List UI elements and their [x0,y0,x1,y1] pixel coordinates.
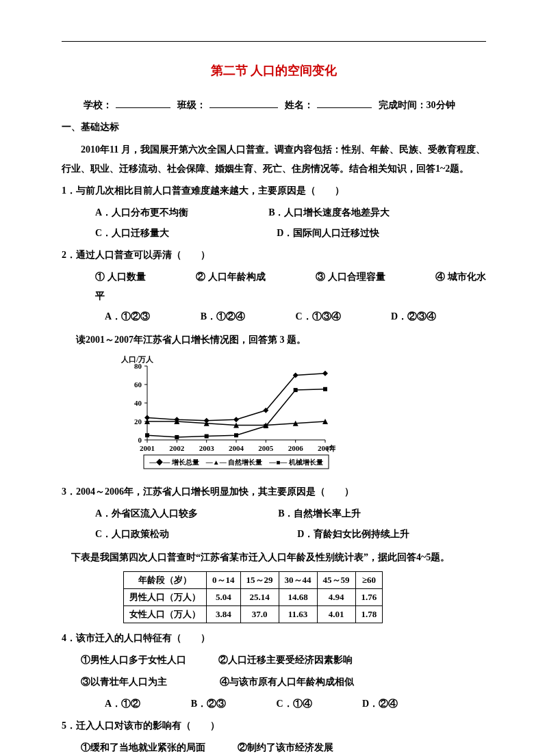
q4-option-b[interactable]: B．②③ [191,699,226,709]
school-blank[interactable] [116,98,170,108]
q1-options-row1: A．人口分布更不均衡 B．人口增长速度各地差异大 [95,203,486,222]
migration-table: 年龄段（岁） 0～14 15～29 30～44 45～59 ≥60 男性人口（万… [123,571,383,623]
q1-options-row2: C．人口迁移量大 D．国际间人口迁移过快 [95,224,486,243]
q4-sub3: ③以青壮年人口为主 [81,677,167,687]
chart-svg: 人口/万人02040608020012002200320042005200620… [110,352,335,475]
svg-rect-32 [264,424,268,428]
q4-subitems-row2: ③以青壮年人口为主 ④与该市原有人口年龄构成相似 [81,673,486,692]
q5-stem: 5．迁入人口对该市的影响有（ ） [62,716,486,735]
q4-stem: 4．该市迁入的人口特征有（ ） [62,629,486,648]
q2-sub4: ④ 城市化水平 [95,272,486,301]
q2-subitems: ① 人口数量 ② 人口年龄构成 ③ 人口合理容量 ④ 城市化水平 [95,268,486,306]
q5-sub2: ②制约了该市经济发展 [238,742,333,753]
svg-text:2006: 2006 [288,444,304,452]
q2-sub1: ① 人口数量 [95,272,146,282]
q2-stem: 2．通过人口普查可以弄清（ ） [62,246,486,265]
q5-subitems: ①缓和了当地就业紧张的局面 ②制约了该市经济发展 [81,738,486,756]
page: 第二节 人口的空间变化 学校： 班级： 姓名： 完成时间：30分钟 一、基础达标… [0,0,534,756]
name-blank[interactable] [317,98,372,108]
female-0-14: 3.84 [207,606,241,623]
q2-option-a[interactable]: A．①②③ [105,311,150,322]
q3-stem: 3．2004～2006年，江苏省人口增长明显加快，其主要原因是（ ） [62,482,486,501]
svg-text:60: 60 [134,380,142,389]
svg-rect-30 [205,434,209,439]
th-15-29: 15～29 [240,572,279,589]
th-45-59: 45～59 [317,572,355,589]
svg-text:2004: 2004 [229,444,244,452]
q2-option-d[interactable]: D．②③④ [391,311,436,322]
q4-option-d[interactable]: D．②④ [362,699,398,709]
q1-option-a[interactable]: A．人口分布更不均衡 [95,207,188,218]
q3-option-a[interactable]: A．外省区流入人口较多 [95,508,198,519]
table-caption: 下表是我国第四次人口普查时“江苏省某市迁入人口年龄及性别统计表”，据此回答4~5… [71,548,486,567]
svg-text:2005: 2005 [258,444,274,452]
q4-sub4: ④与该市原有人口年龄构成相似 [220,677,354,687]
male-60plus: 1.76 [355,589,383,606]
page-title: 第二节 人口的空间变化 [62,62,486,79]
q2-option-b[interactable]: B．①②④ [201,311,245,322]
svg-text:80: 80 [134,362,142,370]
info-line: 学校： 班级： 姓名： 完成时间：30分钟 [62,98,486,112]
q1-option-d[interactable]: D．国际间人口迁移过快 [277,228,379,238]
q3-option-c[interactable]: C．人口政策松动 [95,529,169,539]
q4-sub2: ②人口迁移主要受经济因素影响 [218,655,353,665]
table-row: 女性人口（万人） 3.84 37.0 11.63 4.01 1.78 [124,606,383,623]
svg-rect-34 [323,387,327,391]
q2-sub3: ③ 人口合理容量 [316,272,385,282]
svg-rect-33 [294,388,298,392]
class-label: 班级： [177,100,206,110]
svg-text:—◆— 增长总量　—▲— 自然增长量　—■— 机械增长量: —◆— 增长总量 —▲— 自然增长量 —■— 机械增长量 [149,458,322,466]
male-15-29: 25.14 [240,589,279,606]
svg-rect-29 [175,435,179,439]
female-15-29: 37.0 [240,606,279,623]
q1-option-c[interactable]: C．人口迁移量大 [95,228,169,238]
male-label: 男性人口（万人） [124,589,207,606]
th-30-44: 30～44 [279,572,317,589]
female-45-59: 4.01 [317,606,355,623]
th-age: 年龄段（岁） [124,572,207,589]
intro-paragraph: 2010年11 月，我国展开第六次全国人口普查。调查内容包括：性别、年龄、民族、… [62,140,486,179]
q1-stem: 1．与前几次相比目前人口普查难度越来越大，主要原因是（ ） [62,181,486,200]
female-label: 女性人口（万人） [124,606,207,623]
time-label: 完成时间：30分钟 [379,100,455,110]
table-row: 男性人口（万人） 5.04 25.14 14.68 4.94 1.76 [124,589,383,606]
school-label: 学校： [84,100,112,110]
th-0-14: 0～14 [207,572,241,589]
population-chart: 人口/万人02040608020012002200320042005200620… [110,352,486,478]
q2-option-c[interactable]: C．①③④ [295,311,340,322]
q4-options: A．①② B．②③ C．①④ D．②④ [105,694,486,714]
svg-text:2003: 2003 [199,444,215,452]
svg-text:0: 0 [138,436,142,444]
male-45-59: 4.94 [317,589,355,606]
chart-caption: 读2001～2007年江苏省人口增长情况图，回答第 3 题。 [76,330,486,350]
q2-sub2: ② 人口年龄构成 [196,272,266,282]
svg-text:(年): (年) [327,444,335,453]
q5-sub1: ①缓和了当地就业紧张的局面 [81,742,205,753]
female-30-44: 11.63 [279,606,317,623]
class-blank[interactable] [209,98,278,108]
q4-option-c[interactable]: C．①④ [276,699,312,709]
q3-options-row2: C．人口政策松动 D．育龄妇女比例持续上升 [95,525,486,544]
th-60plus: ≥60 [355,572,383,589]
q3-option-d[interactable]: D．育龄妇女比例持续上升 [297,529,409,539]
section-heading: 一、基础达标 [62,121,486,133]
q1-option-b[interactable]: B．人口增长速度各地差异大 [268,207,390,218]
top-rule [62,41,486,42]
svg-text:2002: 2002 [169,444,185,452]
q4-sub1: ①男性人口多于女性人口 [81,655,186,665]
female-60plus: 1.78 [355,606,383,623]
q3-options-row1: A．外省区流入人口较多 B．自然增长率上升 [95,504,486,523]
q4-subitems-row1: ①男性人口多于女性人口 ②人口迁移主要受经济因素影响 [81,651,486,670]
q4-option-a[interactable]: A．①② [105,699,140,709]
svg-rect-31 [234,433,238,437]
svg-text:2001: 2001 [140,444,155,452]
male-0-14: 5.04 [207,589,241,606]
q3-option-b[interactable]: B．自然增长率上升 [278,508,361,519]
name-label: 姓名： [285,100,314,110]
q2-options: A．①②③ B．①②④ C．①③④ D．②③④ [105,307,486,326]
table-row: 年龄段（岁） 0～14 15～29 30～44 45～59 ≥60 [124,572,383,589]
svg-text:20: 20 [134,417,142,426]
male-30-44: 14.68 [279,589,317,606]
svg-rect-28 [145,433,149,437]
svg-text:40: 40 [134,399,142,407]
